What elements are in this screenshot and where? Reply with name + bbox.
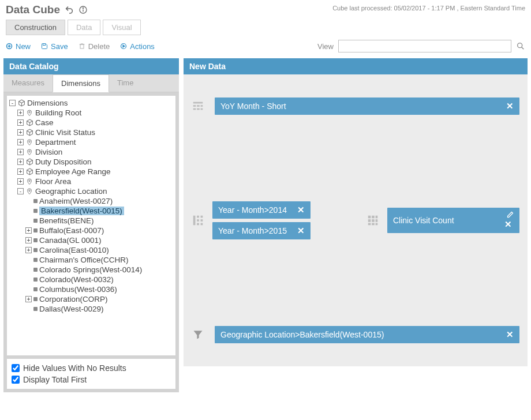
- collapse-icon[interactable]: -: [17, 188, 24, 194]
- tree-item[interactable]: +Building Root: [17, 108, 174, 118]
- svg-point-10: [518, 43, 522, 48]
- opt-display-total[interactable]: Display Total First: [12, 374, 171, 385]
- save-button[interactable]: Save: [41, 42, 68, 51]
- close-icon[interactable]: ✕: [506, 329, 514, 340]
- svg-rect-23: [201, 108, 203, 110]
- tree-leaf[interactable]: +Corporation(CORP): [25, 294, 174, 304]
- actions-button[interactable]: Actions: [120, 42, 155, 51]
- svg-point-2: [83, 7, 83, 8]
- svg-line-11: [522, 47, 524, 50]
- svg-rect-24: [193, 216, 196, 226]
- svg-rect-34: [368, 219, 371, 222]
- expand-icon[interactable]: +: [17, 129, 24, 136]
- bullet-icon: [33, 209, 38, 213]
- tree-item[interactable]: +Clinic Visit Status: [17, 127, 174, 137]
- hide-values-checkbox[interactable]: [12, 364, 20, 372]
- cube-icon: [17, 99, 25, 107]
- search-icon[interactable]: [516, 42, 525, 51]
- chip-clinic-visit-count[interactable]: Clinic Visit Count ✕: [387, 208, 519, 233]
- expand-icon[interactable]: +: [17, 110, 24, 116]
- cube-icon: [25, 158, 33, 166]
- pin-icon: [25, 148, 33, 156]
- tree-leaf[interactable]: Colorado(West-0032): [25, 275, 174, 284]
- expand-icon[interactable]: +: [17, 159, 24, 165]
- mode-visual[interactable]: Visual: [103, 20, 140, 35]
- svg-rect-26: [197, 219, 199, 222]
- undo-icon[interactable]: [65, 5, 74, 14]
- bullet-icon: [33, 238, 38, 242]
- tab-time[interactable]: Time: [109, 74, 141, 92]
- expand-icon[interactable]: +: [25, 296, 32, 302]
- filters-dropzone[interactable]: Geographic Location>Bakersfield(West-001…: [184, 303, 528, 366]
- chip-year-2015[interactable]: Year - Month>2015 ✕: [212, 222, 311, 239]
- collapse-icon[interactable]: -: [9, 100, 16, 106]
- tree-item[interactable]: +Division: [17, 147, 174, 157]
- tree-item[interactable]: +Duty Disposition: [17, 157, 174, 167]
- close-icon[interactable]: ✕: [506, 101, 514, 111]
- expand-icon[interactable]: +: [25, 237, 32, 243]
- pin-icon: [25, 138, 33, 147]
- bullet-icon: [33, 268, 38, 272]
- svg-rect-30: [201, 223, 203, 226]
- chip-geo-filter[interactable]: Geographic Location>Bakersfield(West-001…: [215, 326, 519, 343]
- expand-icon[interactable]: +: [17, 168, 24, 175]
- svg-rect-28: [201, 216, 203, 218]
- tree-leaf[interactable]: Dallas(West-0029): [25, 304, 174, 314]
- svg-rect-29: [201, 219, 203, 222]
- svg-rect-32: [372, 216, 375, 219]
- bullet-icon: [33, 199, 38, 203]
- page-title: Data Cube: [6, 3, 60, 16]
- expand-icon[interactable]: +: [25, 247, 32, 253]
- expand-icon[interactable]: +: [17, 149, 24, 155]
- view-input[interactable]: [338, 40, 511, 52]
- tree-leaf[interactable]: Colorado Springs(West-0014): [25, 265, 174, 275]
- chip-year-2014[interactable]: Year - Month>2014 ✕: [212, 201, 311, 219]
- tree-root[interactable]: - Dimensions: [9, 98, 174, 108]
- tree-leaf[interactable]: Benefits(BENE): [25, 216, 174, 226]
- rows-dropzone[interactable]: Year - Month>2014 ✕ Year - Month>2015 ✕: [184, 142, 353, 298]
- tree-leaf[interactable]: Anaheim(West-0027): [25, 196, 174, 206]
- svg-marker-9: [123, 45, 125, 47]
- tree-leaf[interactable]: Chairman's Office(CCHR): [25, 255, 174, 265]
- expand-icon[interactable]: +: [25, 227, 32, 234]
- tree-leaf[interactable]: Bakersfield(West-0015): [25, 206, 174, 216]
- tree-leaf[interactable]: Columbus(West-0036): [25, 284, 174, 294]
- bullet-icon: [33, 278, 38, 282]
- expand-icon[interactable]: +: [17, 178, 24, 185]
- tree-item[interactable]: +Case: [17, 118, 174, 127]
- chip-yoy-month[interactable]: YoY Month - Short ✕: [215, 97, 519, 115]
- tab-measures[interactable]: Measures: [3, 74, 53, 92]
- new-button[interactable]: New: [6, 42, 31, 51]
- svg-rect-20: [201, 105, 203, 107]
- tree-leaf[interactable]: +Canada(GL 0001): [25, 235, 174, 245]
- bullet-icon: [33, 307, 38, 311]
- bullet-icon: [33, 287, 38, 291]
- measures-icon: [367, 214, 379, 227]
- columns-dropzone[interactable]: YoY Month - Short ✕: [184, 74, 528, 138]
- opt-hide-values[interactable]: Hide Values With No Results: [12, 362, 171, 374]
- svg-rect-21: [193, 108, 196, 110]
- expand-icon[interactable]: +: [17, 119, 24, 126]
- close-icon[interactable]: ✕: [297, 205, 305, 215]
- close-icon[interactable]: ✕: [504, 219, 512, 230]
- tab-dimensions[interactable]: Dimensions: [53, 74, 109, 92]
- tree-leaf[interactable]: +Buffalo(East-0007): [25, 226, 174, 235]
- tree-leaf[interactable]: +Carolina(East-0010): [25, 245, 174, 255]
- filter-icon: [192, 329, 204, 340]
- tree-item-geo[interactable]: -Geographic Location: [17, 186, 174, 196]
- expand-icon[interactable]: +: [17, 139, 24, 145]
- mode-construction[interactable]: Construction: [6, 20, 65, 35]
- view-label: View: [317, 42, 334, 51]
- tree-item[interactable]: +Department: [17, 137, 174, 147]
- info-icon[interactable]: [78, 5, 88, 14]
- columns-icon: [192, 100, 204, 112]
- tree-item[interactable]: +Employee Age Range: [17, 167, 174, 177]
- edit-icon[interactable]: [507, 211, 514, 218]
- svg-rect-22: [197, 108, 200, 110]
- display-total-checkbox[interactable]: [12, 376, 20, 384]
- delete-button[interactable]: Delete: [78, 42, 110, 51]
- close-icon[interactable]: ✕: [297, 226, 305, 236]
- measures-dropzone[interactable]: Clinic Visit Count ✕: [358, 142, 528, 298]
- mode-data[interactable]: Data: [68, 20, 100, 35]
- tree-item[interactable]: +Floor Area: [17, 177, 174, 186]
